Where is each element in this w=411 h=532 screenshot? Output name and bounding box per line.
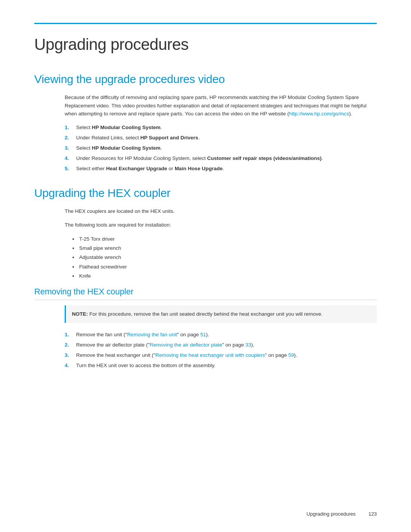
heat-exchanger-link[interactable]: Removing the heat exchanger unit with co…: [155, 352, 265, 358]
tool-3: Adjustable wrench: [72, 253, 377, 262]
page-33-link[interactable]: 33: [245, 342, 251, 348]
remove-step-2: Remove the air deflector plate ("Removin…: [65, 341, 377, 350]
tool-4: Flathead screwdriver: [72, 262, 377, 272]
tools-list: T-25 Torx driver Small pipe wrench Adjus…: [72, 235, 377, 281]
air-deflector-link[interactable]: Removing the air deflector plate: [150, 342, 222, 348]
section1-intro: Because of the difficulty of removing an…: [65, 93, 377, 118]
removing-steps: Remove the fan unit ("Removing the fan u…: [65, 331, 377, 370]
step-1-3: Select HP Modular Cooling System.: [65, 144, 377, 153]
note-label: NOTE:: [72, 311, 88, 317]
section1-title: Viewing the upgrade procedures video: [34, 73, 377, 86]
section1-intro-end: ).: [349, 111, 352, 117]
remove-step-3: Remove the heat exchanger unit ("Removin…: [65, 351, 377, 360]
subsection-removing: Removing the HEX coupler NOTE: For this …: [34, 287, 377, 370]
section1-steps: Select HP Modular Cooling System. Under …: [65, 123, 377, 173]
page-51-link[interactable]: 51: [200, 332, 206, 337]
tool-5: Knife: [72, 272, 377, 281]
fan-unit-link[interactable]: Removing the fan unit: [127, 332, 177, 337]
hp-link[interactable]: http://www.hp.com/go/mcs: [289, 111, 349, 117]
section2-para2: The following tools are required for ins…: [65, 221, 377, 229]
footer: Upgrading procedures 123: [307, 511, 377, 517]
section2-title: Upgrading the HEX coupler: [34, 187, 377, 200]
step-1-1: Select HP Modular Cooling System.: [65, 123, 377, 132]
top-border: [34, 23, 377, 24]
page-title: Upgrading procedures: [34, 35, 377, 54]
note-text: For this procedure, remove the fan unit …: [89, 311, 323, 317]
section-viewing: Viewing the upgrade procedures video Bec…: [34, 73, 377, 173]
step-1-2: Under Related Links, select HP Support a…: [65, 134, 377, 142]
footer-section: Upgrading procedures: [307, 511, 356, 517]
step-1-5: Select either Heat Exchanger Upgrade or …: [65, 165, 377, 173]
section2-para1: The HEX couplers are located on the HEX …: [65, 207, 377, 216]
note-box: NOTE: For this procedure, remove the fan…: [65, 305, 377, 323]
remove-step-4: Turn the HEX unit over to access the bot…: [65, 361, 377, 370]
subsection-title: Removing the HEX coupler: [34, 287, 377, 300]
section-hex-coupler: Upgrading the HEX coupler The HEX couple…: [34, 187, 377, 370]
tool-2: Small pipe wrench: [72, 244, 377, 253]
page-59-link[interactable]: 59: [288, 352, 294, 358]
remove-step-1: Remove the fan unit ("Removing the fan u…: [65, 331, 377, 339]
step-1-4: Under Resources for HP Modular Cooling S…: [65, 154, 377, 163]
footer-page: 123: [368, 511, 377, 517]
tool-1: T-25 Torx driver: [72, 235, 377, 244]
